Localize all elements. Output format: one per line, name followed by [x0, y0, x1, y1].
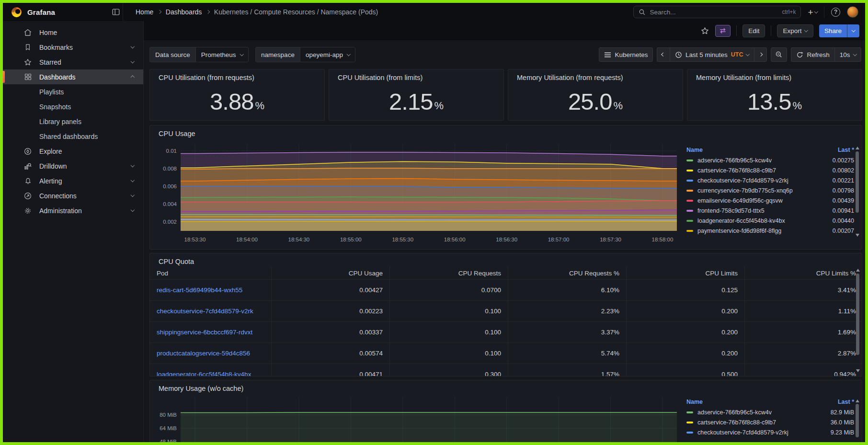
legend-series-last-value: 82.9 MiB — [831, 409, 854, 416]
legend-row[interactable]: frontend-758c9d57d-tttx50.00941 — [686, 205, 854, 216]
time-back-button[interactable] — [657, 47, 670, 62]
search-input[interactable]: Search... ctrl+k — [633, 6, 801, 18]
sidebar-item-label: Library panels — [39, 118, 137, 126]
panel-title[interactable]: CPU Utilisation (from limits) — [338, 74, 423, 81]
memory-usage-chart[interactable]: 80 MiB64 MiB48 MiB — [154, 395, 683, 445]
legend-last-header[interactable]: Last * — [838, 147, 854, 153]
sidebar-item-home[interactable]: Home — [3, 25, 143, 40]
legend-row[interactable]: paymentservice-fd6d98f6f-8flgg0.00207 — [686, 226, 854, 236]
sidebar-item-label: Home — [39, 29, 137, 36]
series-area — [181, 412, 677, 445]
datasource-label: Data source — [149, 47, 195, 62]
search-icon — [639, 9, 646, 16]
breadcrumb-home[interactable]: Home — [136, 8, 153, 16]
legend-row[interactable]: adservice-766fb96c5-kcw4v82.9 MiB — [686, 407, 854, 417]
export-button[interactable]: Export — [777, 24, 813, 37]
legend-name-header[interactable]: Name — [686, 147, 838, 153]
value-cell: 0.200 — [626, 343, 744, 364]
pod-link[interactable]: redis-cart-5d69499b44-wxh55 — [157, 286, 242, 294]
chevron-right-icon — [158, 10, 161, 14]
swap-arrows-button[interactable] — [715, 25, 731, 37]
sidebar-item-bookmarks[interactable]: Bookmarks — [3, 40, 143, 55]
legend-scrollbar[interactable] — [855, 147, 859, 237]
pod-link[interactable]: loadgenerator-6cc5f454b8-kv4bx — [157, 371, 251, 376]
sidebar-item-connections[interactable]: Connections — [3, 188, 143, 203]
sidebar-item-library-panels[interactable]: Library panels — [3, 114, 143, 129]
stat-value: 2.15% — [329, 87, 503, 116]
breadcrumb-dashboards[interactable]: Dashboards — [166, 8, 202, 16]
sidebar-item-explore[interactable]: Explore — [3, 144, 143, 159]
datasource-select[interactable]: Prometheus — [195, 47, 249, 62]
sidebar-toggle-icon[interactable] — [109, 6, 123, 18]
grafana-logo-icon[interactable] — [11, 6, 23, 18]
column-header-cpu-limits-[interactable]: CPU Limits % — [744, 267, 862, 279]
legend-row[interactable]: cartservice-76b76f8c88-c9lb70.00802 — [686, 165, 854, 175]
legend-row[interactable]: loadgenerator-6cc5f454b8-kv4bx0.00440 — [686, 216, 854, 226]
panel-title[interactable]: Memory Utilisation (from requests) — [517, 74, 623, 81]
legend-row[interactable]: emailservice-6c49d9f56c-gqsvw0.00439 — [686, 195, 854, 205]
edit-button[interactable]: Edit — [742, 24, 765, 37]
sidebar-item-dashboards[interactable]: Dashboards — [3, 69, 143, 84]
sidebar-item-label: Alerting — [39, 177, 125, 185]
column-header-cpu-requests-[interactable]: CPU Requests % — [508, 267, 626, 279]
user-avatar[interactable] — [847, 6, 858, 18]
value-cell: 1.69% — [744, 322, 862, 342]
panel-title[interactable]: Memory Utilisation (from limits) — [696, 74, 791, 81]
time-forward-button[interactable] — [754, 47, 767, 62]
pod-link[interactable]: shippingservice-6bcbccf697-rdvxt — [157, 329, 252, 336]
pod-link[interactable]: checkoutservice-7cfd4d8579-v2rk — [157, 308, 253, 315]
zoom-out-button[interactable] — [771, 47, 787, 62]
cpu-usage-chart[interactable]: 0.0020.0040.0060.0080.0118:53:3018:54:00… — [154, 140, 683, 248]
namespace-select[interactable]: opeyemi-app — [300, 47, 356, 62]
value-cell: 5.74% — [508, 343, 626, 364]
new-button[interactable]: + — [806, 6, 819, 18]
legend-row[interactable]: cartservice-76b76f8c88-c9lb736.0 MiB — [686, 417, 854, 427]
series-color-swatch — [686, 230, 693, 232]
sidebar-item-shared-dashboards[interactable]: Shared dashboards — [3, 129, 143, 144]
y-axis-tick-label: 0.004 — [163, 201, 177, 207]
column-header-cpu-limits[interactable]: CPU Limits — [626, 267, 744, 279]
column-header-cpu-requests[interactable]: CPU Requests — [389, 267, 508, 279]
refresh-interval-select[interactable]: 10s — [834, 47, 861, 62]
panel-title[interactable]: CPU Usage — [159, 130, 195, 137]
breadcrumb-current: Kubernetes / Compute Resources / Namespa… — [214, 8, 378, 16]
sidebar-item-administration[interactable]: Administration — [3, 203, 143, 218]
chevron-down-icon — [852, 28, 856, 32]
sidebar-item-alerting[interactable]: Alerting — [3, 173, 143, 188]
app-window: Grafana Home Dashboards Kubernetes / Com… — [0, 0, 868, 445]
x-axis-tick-label: 18:56:00 — [444, 237, 466, 242]
legend-scrollbar[interactable] — [855, 399, 859, 444]
legend-name-header[interactable]: Name — [686, 399, 838, 405]
legend-last-header[interactable]: Last * — [838, 399, 854, 405]
value-cell: 0.00223 — [271, 301, 389, 321]
legend-row[interactable]: adservice-766fb96c5-kcw4v0.00275 — [686, 155, 854, 165]
help-button[interactable]: ? — [829, 6, 842, 18]
refresh-button[interactable]: Refresh — [791, 47, 834, 62]
dashboard-content: Data source Prometheus namespace opeyemi… — [144, 40, 865, 442]
panel-title[interactable]: CPU Utilisation (from requests) — [159, 74, 254, 81]
connections-icon — [23, 192, 33, 200]
legend-row[interactable]: currencyservice-7b9db775c5-xnq6p0.00798 — [686, 185, 854, 195]
sidebar-item-drilldown[interactable]: Drilldown — [3, 159, 143, 173]
column-header-pod[interactable]: Pod — [150, 267, 271, 279]
legend-row[interactable]: checkoutservice-7cfd4d8579-v2rkj0.00221 — [686, 175, 854, 185]
sidebar-item-snapshots[interactable]: Snapshots — [3, 99, 143, 114]
kiosk-kubernetes-button[interactable]: Kubernetes — [599, 47, 653, 62]
panel-title[interactable]: CPU Quota — [159, 258, 194, 265]
share-button[interactable]: Share — [819, 24, 847, 37]
value-cell: 1.11% — [744, 301, 862, 321]
column-header-cpu-usage[interactable]: CPU Usage — [271, 267, 389, 279]
pod-link[interactable]: productcatalogservice-59d4c856 — [157, 350, 250, 357]
share-menu-button[interactable] — [847, 24, 859, 37]
star-icon[interactable] — [700, 26, 709, 35]
sidebar-item-playlists[interactable]: Playlists — [3, 84, 143, 99]
sidebar-item-starred[interactable]: Starred — [3, 55, 143, 69]
panel-title[interactable]: Memory Usage (w/o cache) — [159, 385, 243, 392]
chevron-left-icon — [662, 53, 665, 57]
table-scrollbar[interactable] — [856, 269, 860, 372]
series-color-swatch — [686, 180, 693, 182]
x-axis-tick-label: 18:55:30 — [392, 237, 413, 242]
legend-row[interactable]: checkoutservice-7cfd4d8579-v2rkj9.23 MiB — [686, 427, 854, 437]
chevron-down-icon — [130, 163, 134, 167]
time-range-picker[interactable]: Last 5 minutes UTC — [670, 47, 754, 62]
